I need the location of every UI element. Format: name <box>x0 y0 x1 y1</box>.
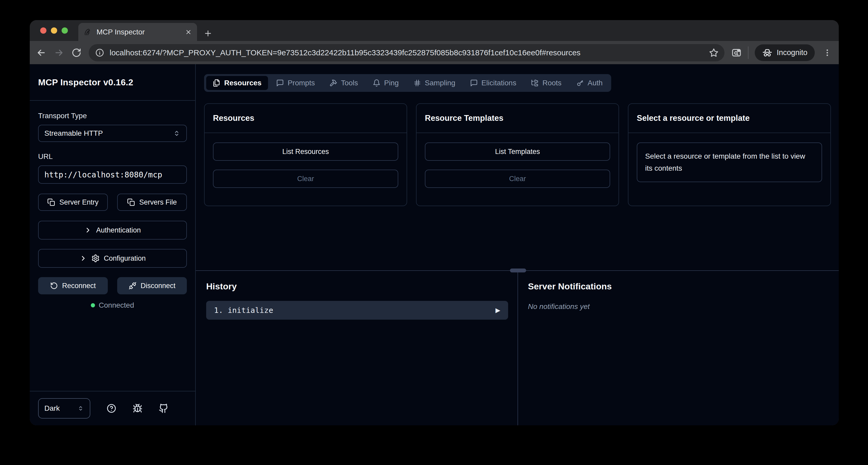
configuration-label: Configuration <box>104 254 146 262</box>
tab-resources[interactable]: Resources <box>206 76 268 90</box>
chevrons-up-down-icon <box>77 405 84 412</box>
mcp-favicon-icon <box>84 28 92 36</box>
minimize-window-button[interactable] <box>51 27 57 34</box>
transport-type-label: Transport Type <box>38 112 187 120</box>
tab-label: Sampling <box>425 79 456 87</box>
hammer-icon <box>329 79 337 87</box>
sidebar-body: Transport Type Streamable HTTP URL http:… <box>30 101 195 309</box>
window-controls <box>40 27 68 34</box>
history-pane: History 1. initialize ▶ <box>196 271 518 425</box>
tab-tools[interactable]: Tools <box>323 76 364 90</box>
servers-file-label: Servers File <box>139 198 177 207</box>
tab-label: Prompts <box>288 79 315 87</box>
tab-label: Tools <box>341 79 358 87</box>
history-item[interactable]: 1. initialize ▶ <box>206 301 508 320</box>
tab-elicitations[interactable]: Elicitations <box>464 76 523 90</box>
status-dot <box>91 303 95 307</box>
tab-ping[interactable]: Ping <box>366 76 405 90</box>
transport-type-select[interactable]: Streamable HTTP <box>38 125 187 142</box>
chevrons-up-down-icon <box>173 129 181 137</box>
authentication-toggle[interactable]: Authentication <box>38 221 187 240</box>
tab-label: Ping <box>384 79 399 87</box>
incognito-label: Incognito <box>777 48 807 57</box>
copy-icon <box>47 198 55 206</box>
reload-icon[interactable] <box>71 48 82 58</box>
detail-placeholder: Select a resource or template from the l… <box>637 143 822 182</box>
folder-tree-icon <box>531 79 539 87</box>
templates-panel-title: Resource Templates <box>425 114 503 123</box>
authentication-label: Authentication <box>96 226 141 234</box>
app-title: MCP Inspector v0.16.2 <box>38 77 133 87</box>
browser-window: MCP Inspector localhost:6274/?MCP_PROXY_… <box>30 20 839 425</box>
disconnect-label: Disconnect <box>141 282 176 290</box>
browser-tab[interactable]: MCP Inspector <box>78 23 197 41</box>
toolbar-separator <box>748 46 748 59</box>
servers-file-button[interactable]: Servers File <box>117 194 187 211</box>
theme-value: Dark <box>44 404 60 412</box>
bug-icon[interactable] <box>132 403 143 413</box>
close-window-button[interactable] <box>40 27 46 34</box>
list-templates-button[interactable]: List Templates <box>425 143 610 161</box>
url-text[interactable]: localhost:6274/?MCP_PROXY_AUTH_TOKEN=9e7… <box>110 48 705 57</box>
tab-label: Resources <box>224 79 261 87</box>
panels-row: Resources List Resources Clear Resource … <box>204 103 831 206</box>
chevron-right-icon <box>84 226 92 234</box>
server-url-input[interactable]: http://localhost:8080/mcp <box>38 165 187 184</box>
tab-roots[interactable]: Roots <box>524 76 568 90</box>
tab-prompts[interactable]: Prompts <box>270 76 321 90</box>
incognito-badge: Incognito <box>755 44 815 61</box>
status-label: Connected <box>99 301 134 309</box>
disconnect-button[interactable]: Disconnect <box>117 277 187 294</box>
server-url-value: http://localhost:8080/mcp <box>44 170 162 179</box>
connection-status: Connected <box>38 301 187 309</box>
resources-panel: Resources List Resources Clear <box>204 103 407 206</box>
site-info-icon[interactable] <box>95 48 104 57</box>
tab-auth[interactable]: Auth <box>570 76 609 90</box>
back-icon[interactable] <box>36 48 46 58</box>
clear-resources-button[interactable]: Clear <box>213 169 398 188</box>
close-tab-icon[interactable] <box>185 29 192 35</box>
tab-label: Auth <box>588 79 603 87</box>
connection-buttons-row: Reconnect Disconnect <box>38 277 187 294</box>
detail-panel-title: Select a resource or template <box>637 114 749 123</box>
message-square-icon <box>276 79 284 87</box>
tab-search-icon[interactable] <box>731 48 742 58</box>
incognito-icon <box>762 48 773 58</box>
server-entry-button[interactable]: Server Entry <box>38 194 108 211</box>
notifications-empty-text: No notifications yet <box>528 303 839 311</box>
resource-templates-panel: Resource Templates List Templates Clear <box>416 103 619 206</box>
split-drag-handle[interactable] <box>510 269 526 272</box>
theme-select[interactable]: Dark <box>38 398 90 418</box>
list-resources-button[interactable]: List Resources <box>213 143 398 161</box>
address-bar[interactable]: localhost:6274/?MCP_PROXY_AUTH_TOKEN=9e7… <box>89 44 724 61</box>
configuration-toggle[interactable]: Configuration <box>38 249 187 268</box>
resource-detail-panel: Select a resource or template Select a r… <box>628 103 831 206</box>
mcp-inspector-app: MCP Inspector v0.16.2 Transport Type Str… <box>30 64 839 425</box>
tab-title: MCP Inspector <box>97 28 182 36</box>
zoom-window-button[interactable] <box>62 27 68 34</box>
url-label: URL <box>38 152 187 161</box>
reconnect-button[interactable]: Reconnect <box>38 277 108 294</box>
browser-menu-icon[interactable] <box>823 48 832 57</box>
help-icon[interactable] <box>106 403 116 413</box>
notifications-pane: Server Notifications No notifications ye… <box>518 271 839 425</box>
toolbar-right-cluster: Incognito <box>731 44 832 61</box>
unplug-icon <box>129 282 136 290</box>
forward-icon[interactable] <box>54 48 64 58</box>
notifications-title: Server Notifications <box>528 281 839 291</box>
browser-tab-strip: MCP Inspector <box>30 20 839 41</box>
resources-tab-content: Resources Prompts Tools <box>196 64 839 270</box>
new-tab-icon[interactable] <box>204 29 212 38</box>
tab-label: Roots <box>542 79 561 87</box>
clear-templates-button[interactable]: Clear <box>425 169 610 188</box>
sidebar: MCP Inspector v0.16.2 Transport Type Str… <box>30 64 196 425</box>
resources-panel-title: Resources <box>213 114 254 123</box>
history-title: History <box>206 281 508 291</box>
rotate-ccw-icon <box>50 282 58 290</box>
bookmark-star-icon[interactable] <box>709 48 719 58</box>
transport-type-value: Streamable HTTP <box>44 129 103 137</box>
copy-icon <box>127 198 135 206</box>
github-icon[interactable] <box>159 403 168 413</box>
history-item-label: 1. initialize <box>214 306 496 315</box>
tab-sampling[interactable]: Sampling <box>407 76 462 90</box>
